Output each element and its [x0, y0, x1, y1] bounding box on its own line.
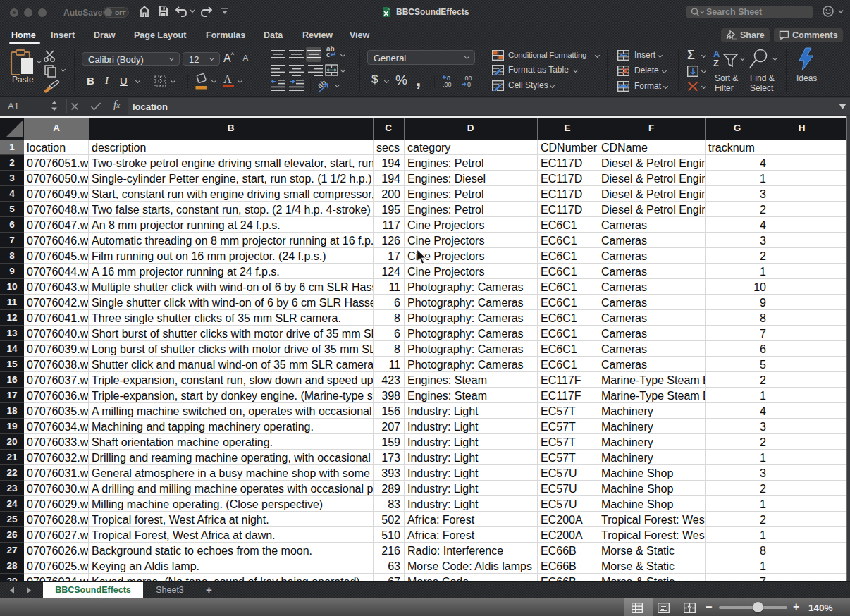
svg-text:.00: .00 [443, 81, 452, 87]
svg-text:0: 0 [467, 81, 471, 87]
